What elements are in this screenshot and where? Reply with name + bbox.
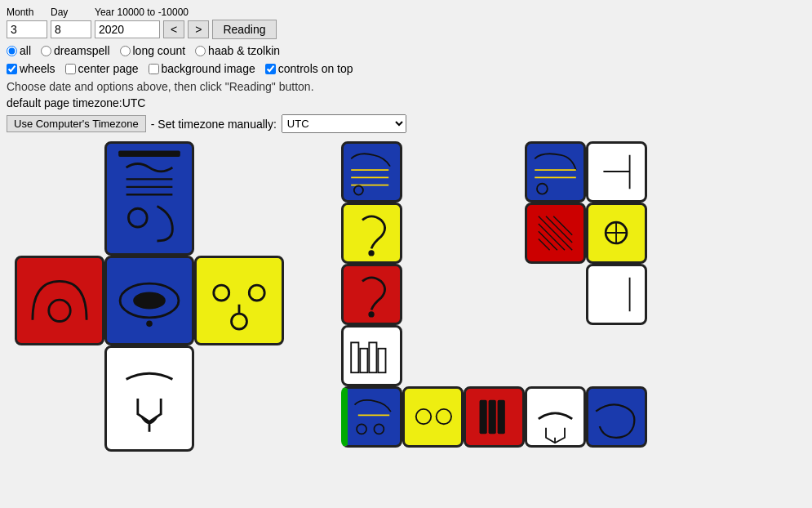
tz-select[interactable]: UTC America/New_York America/Los_Angeles… [282, 114, 406, 133]
svg-point-13 [368, 311, 374, 317]
tile-mid-red [15, 256, 104, 345]
tile-r2 [341, 203, 402, 264]
svg-rect-22 [480, 400, 487, 434]
radio-dreamspell-label[interactable]: dreamspell [41, 44, 109, 57]
check-centerpage[interactable] [65, 64, 76, 74]
use-computer-tz-button[interactable]: Use Computer's Timezone [7, 115, 146, 132]
radio-dreamspell[interactable] [41, 46, 51, 56]
tile-r1 [341, 141, 402, 203]
svg-point-19 [374, 424, 384, 434]
tile-r7 [464, 386, 525, 448]
tile-top-blue [104, 141, 194, 256]
radio-all-label[interactable]: all [7, 44, 31, 57]
svg-point-7 [249, 285, 264, 301]
radio-row: all dreamspell long count haab & tzolkin [7, 44, 805, 57]
svg-point-26 [537, 184, 548, 194]
svg-rect-24 [498, 400, 505, 434]
svg-point-20 [416, 409, 431, 424]
svg-line-32 [539, 224, 565, 250]
checkbox-row: wheels center page background image cont… [7, 62, 805, 75]
tile-r11 [586, 141, 647, 203]
check-controls-label[interactable]: controls on top [265, 62, 353, 75]
tile-r3 [341, 264, 402, 325]
year-header: Year 10000 to -10000 [95, 7, 189, 18]
svg-rect-17 [378, 349, 385, 372]
tz-row: Use Computer's Timezone - Set timezone m… [7, 114, 805, 133]
prev-button[interactable]: < [163, 20, 184, 38]
check-wheels[interactable] [7, 64, 17, 74]
svg-point-1 [128, 208, 147, 227]
svg-line-29 [539, 216, 572, 250]
reading-button[interactable]: Reading [212, 20, 276, 39]
day-header: Day [51, 7, 91, 18]
svg-point-2 [49, 300, 70, 321]
tile-r10 [525, 141, 586, 203]
svg-rect-14 [351, 342, 358, 372]
check-bgimage-label[interactable]: background image [149, 62, 255, 75]
month-input[interactable] [7, 20, 47, 38]
svg-rect-23 [489, 400, 496, 434]
date-row: < > Reading [7, 20, 805, 39]
tile-r13 [586, 203, 647, 264]
check-centerpage-label[interactable]: center page [65, 62, 139, 75]
svg-line-30 [546, 216, 572, 243]
svg-rect-16 [369, 342, 376, 372]
tile-mid-yellow [194, 256, 284, 345]
radio-longcount-label[interactable]: long count [120, 44, 186, 57]
year-input[interactable] [95, 20, 160, 38]
column-headers: Month Day Year 10000 to -10000 [7, 7, 805, 18]
canvas-area [7, 141, 805, 468]
tile-mid-blue [104, 256, 194, 345]
radio-haab[interactable] [195, 46, 206, 56]
check-controls[interactable] [265, 64, 276, 74]
left-glyph-grid [15, 141, 292, 468]
radio-longcount[interactable] [120, 46, 131, 56]
svg-line-31 [553, 216, 572, 235]
tile-r9 [586, 386, 647, 448]
svg-rect-0 [118, 150, 180, 157]
choose-text: Choose date and options above, then clic… [7, 80, 805, 93]
top-controls: Month Day Year 10000 to -10000 < > Readi… [7, 7, 805, 133]
right-glyph-grid [341, 141, 659, 460]
check-bgimage[interactable] [149, 64, 159, 74]
svg-rect-15 [360, 349, 367, 372]
tile-r6 [402, 386, 464, 448]
next-button[interactable]: > [188, 20, 209, 38]
tile-bot-white [104, 345, 194, 452]
check-wheels-label[interactable]: wheels [7, 62, 55, 75]
tile-r14 [586, 264, 647, 325]
svg-point-6 [214, 285, 229, 301]
radio-haab-label[interactable]: haab & tzolkin [195, 44, 280, 57]
svg-point-4 [134, 293, 165, 309]
tile-r4 [341, 325, 402, 386]
svg-point-12 [368, 250, 374, 256]
svg-point-5 [146, 321, 153, 328]
svg-point-21 [437, 409, 451, 424]
month-header: Month [7, 7, 47, 18]
tz-label: default page timezone:UTC [7, 96, 805, 109]
svg-point-18 [357, 424, 366, 434]
tile-r5 [341, 386, 402, 448]
svg-point-11 [354, 186, 363, 195]
tile-r8 [525, 386, 586, 448]
day-input[interactable] [51, 20, 91, 38]
radio-all[interactable] [7, 46, 17, 56]
tile-r12 [525, 203, 586, 264]
tz-manual-label: - Set timezone manually: [151, 118, 277, 131]
svg-line-33 [539, 231, 557, 250]
svg-point-8 [232, 314, 247, 329]
